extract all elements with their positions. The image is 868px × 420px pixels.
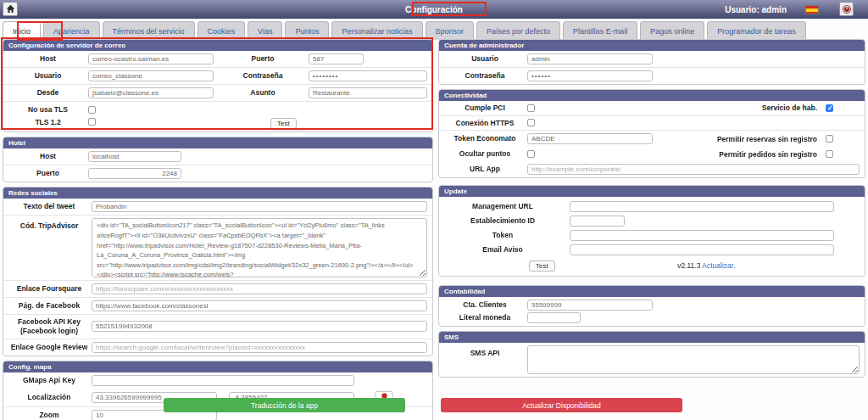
ocultar-puntos-checkbox[interactable] [527, 150, 535, 158]
actualizar-link[interactable]: Actualizar. [702, 261, 735, 270]
email-aviso-label: Email Aviso [444, 245, 570, 255]
token-economato-input[interactable] [527, 133, 653, 144]
url-app-label: URL App [442, 165, 527, 174]
sms-api-textarea[interactable] [527, 345, 860, 374]
mail-tls12-label: TLS 1.2 [8, 118, 88, 127]
servicio-hab-checkbox[interactable] [826, 104, 833, 112]
email-aviso-row: Email Aviso [439, 243, 865, 257]
token-economato-label: Token Economato [442, 134, 527, 143]
tab-programador-de-tareas[interactable]: Programador de tareas [707, 21, 806, 40]
mail-puerto-label: Puerto [217, 54, 309, 64]
hotel-host-row: Host [3, 148, 432, 165]
sms-api-row: SMS API [439, 343, 865, 377]
sms-section-header: SMS [439, 332, 865, 343]
foursquare-input[interactable] [92, 283, 427, 294]
tab-apariencia[interactable]: Apariencia [43, 21, 100, 40]
mail-test-button[interactable]: Test [270, 118, 297, 129]
connectivity-section: Conectividad Cumple PCI Servicio de hab.… [438, 89, 865, 178]
tab-plantillas-email[interactable]: Plantillas E-mail [563, 21, 637, 40]
admin-user-row: Usuario [439, 51, 865, 67]
update-token-label: Token [444, 231, 570, 240]
location-label: Localización [7, 393, 92, 402]
logout-button[interactable] [839, 2, 854, 16]
mail-asunto-input[interactable] [309, 87, 427, 98]
hotel-section-header: Hotel [3, 137, 432, 148]
facebook-page-label: Pág. de Facebook [7, 301, 92, 311]
update-availability-button[interactable]: Actualizar Disponibilidad [441, 398, 682, 412]
establecimiento-id-input[interactable] [570, 216, 625, 227]
hotel-puerto-label: Puerto [8, 169, 88, 178]
gmaps-key-row: GMaps Api Key [3, 372, 432, 389]
literal-moneda-label: Literal moneda [442, 313, 527, 322]
reservas-sin-registro-checkbox[interactable] [826, 135, 833, 143]
tripadvisor-code-textarea[interactable]: <div id="TA_socialButtonIcon217" class="… [92, 218, 427, 277]
accounting-section-header: Contabilidad [439, 286, 865, 297]
hotel-port-row: Puerto [3, 165, 432, 182]
mail-no-tls-checkbox[interactable] [88, 106, 96, 114]
update-section-header: Update [439, 186, 865, 197]
app-translation-button[interactable]: Traducción de la app [164, 398, 405, 412]
tab-personalizar-noticias[interactable]: Personalizar noticias [331, 21, 422, 40]
tweet-text-input[interactable] [92, 201, 427, 212]
facebook-api-key-input[interactable] [92, 321, 427, 332]
establecimiento-id-row: Establecimiento ID [439, 214, 865, 228]
tab-vias[interactable]: Vias [248, 21, 282, 40]
tab-paises-por-defecto[interactable]: Países por defecto [476, 21, 560, 40]
tab-inicio[interactable]: Inicio [3, 21, 41, 40]
email-aviso-input[interactable] [570, 244, 834, 255]
mail-contrasena-input[interactable] [309, 70, 427, 81]
hotel-section: Hotel Host Puerto [3, 137, 433, 182]
foursquare-label: Enlace Foursquare [7, 284, 92, 294]
tab-cookies[interactable]: Cookies [198, 21, 246, 40]
hotel-puerto-input[interactable] [88, 168, 181, 179]
conexion-https-label: Conexión HTTPS [442, 119, 527, 128]
configuration-page: Configuración Usuario: admin Inicio Apar… [0, 0, 868, 420]
management-url-input[interactable] [570, 201, 834, 212]
ocultar-puntos-row: Ocultar puntos Permitir pedidos sin regi… [439, 147, 865, 161]
literal-moneda-input[interactable] [527, 312, 581, 323]
tripadvisor-label: Cód. TripAdvisor [7, 218, 92, 231]
pedidos-sin-registro-label: Permitir pedidos sin registro [712, 150, 826, 159]
mail-server-section: Configuración de servidor de correo Host… [3, 39, 433, 132]
update-token-input[interactable] [570, 230, 834, 241]
tab-sponsor[interactable]: Sponsor [426, 21, 475, 40]
mail-no-tls-label: No usa TLS [8, 105, 88, 115]
spain-flag-icon[interactable] [805, 5, 819, 14]
reservas-sin-registro-label: Permitir reservas sin registro [712, 135, 826, 143]
tab-terminos-del-servicio[interactable]: Términos del servicio [103, 21, 195, 40]
mail-tls12-checkbox[interactable] [88, 118, 96, 126]
management-url-row: Management URL [439, 197, 865, 214]
mail-desde-input[interactable] [88, 87, 214, 98]
settings-tab-bar: Inicio Apariencia Términos del servicio … [3, 21, 809, 40]
cta-clientes-input[interactable] [527, 300, 653, 311]
https-row: Conexión HTTPS [439, 115, 865, 131]
facebook-page-row: Pág. de Facebook [3, 297, 432, 314]
pedidos-sin-registro-checkbox[interactable] [826, 150, 833, 158]
tab-pagos-online[interactable]: Pagos online [640, 21, 704, 40]
gmaps-key-input[interactable] [92, 375, 354, 386]
google-review-input[interactable] [92, 342, 427, 353]
url-app-input[interactable] [527, 164, 860, 175]
update-token-row: Token [439, 228, 865, 243]
conexion-https-checkbox[interactable] [527, 119, 535, 126]
mail-asunto-label: Asunto [217, 88, 309, 98]
mail-host-input[interactable] [88, 53, 214, 64]
admin-usuario-input[interactable] [527, 53, 653, 64]
accounting-section: Contabilidad Cta. Clientes Literal moned… [438, 285, 865, 327]
cumple-pci-checkbox[interactable] [527, 104, 535, 112]
gmaps-key-label: GMaps Api Key [7, 376, 92, 385]
hotel-host-input[interactable] [88, 151, 181, 162]
update-test-button[interactable]: Test [529, 260, 555, 272]
home-button[interactable] [3, 2, 18, 16]
zoom-label: Zoom [7, 411, 92, 420]
mail-host-label: Host [8, 54, 88, 64]
admin-contrasena-input[interactable] [527, 70, 653, 81]
mail-puerto-input[interactable] [309, 53, 364, 64]
facebook-api-key-label: Facebook API Key(Facebook login) [7, 317, 92, 335]
mail-usuario-input[interactable] [88, 70, 214, 81]
mail-from-row: Desde Asunto [3, 84, 432, 101]
admin-usuario-label: Usuario [442, 54, 527, 64]
tab-puntos[interactable]: Puntos [285, 21, 329, 40]
home-icon [6, 4, 15, 14]
facebook-page-input[interactable] [92, 300, 427, 311]
